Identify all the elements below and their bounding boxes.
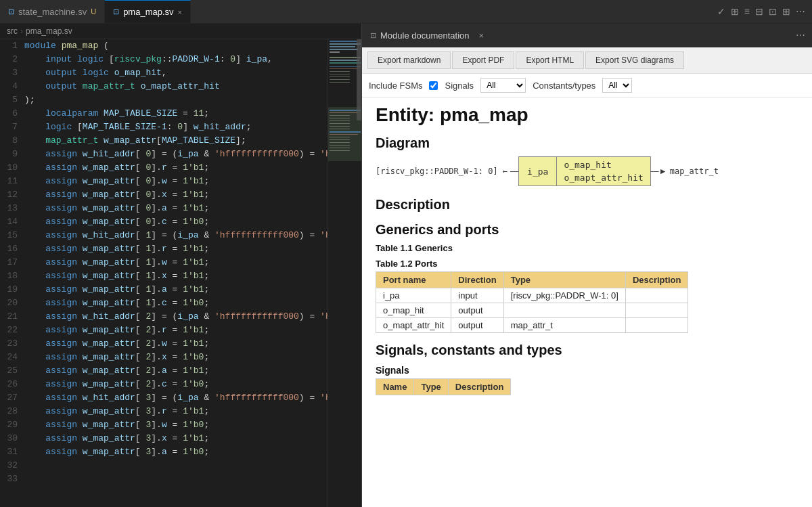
doc-tab-more-actions[interactable]: ⋯ xyxy=(789,30,812,41)
doc-tab-label: Module documentation xyxy=(380,30,470,41)
code-line-1: module pma_map ( xyxy=(24,39,321,53)
tab-state-machine[interactable]: ⊡ state_machine.sv U xyxy=(0,0,105,23)
diagram-output-ports: o_map_hit o_mapt_attr_hit xyxy=(557,157,650,185)
constants-select[interactable]: All xyxy=(602,78,632,93)
svg-rect-30 xyxy=(330,145,350,146)
grid-icon[interactable]: ⊞ xyxy=(731,6,739,17)
svg-rect-26 xyxy=(330,134,358,135)
port-name-omaphit: o_map_hit xyxy=(376,303,451,318)
export-markdown-button[interactable]: Export markdown xyxy=(367,51,451,69)
svg-rect-3 xyxy=(330,46,355,47)
diagram-input-port: i_pa xyxy=(519,157,557,185)
include-fsms-label: Include FSMs xyxy=(369,81,422,91)
code-line-24: assign w_map_attr[ 2].r = 1'b1; xyxy=(24,324,321,337)
svg-rect-7 xyxy=(330,60,359,61)
breadcrumb-src[interactable]: src xyxy=(7,26,18,36)
arrow-right-icon: —► xyxy=(651,167,667,176)
code-lines: module pma_map ( input logic [riscv_pkg:… xyxy=(24,39,328,507)
tab-bar: ⊡ state_machine.sv U ⊡ pma_map.sv × ✓ ⊞ … xyxy=(0,0,812,24)
description-section-title: Description xyxy=(376,197,798,213)
svg-rect-12 xyxy=(330,74,350,74)
port-direction-omaphit: output xyxy=(451,303,503,318)
export-svg-button[interactable]: Export SVG diagrams xyxy=(585,51,684,69)
port-desc-omaptattr xyxy=(625,318,688,333)
close-doc-tab[interactable]: × xyxy=(479,30,484,41)
code-line-10: map_attr_t w_map_attr[MAP_TABLE_SIZE]; xyxy=(24,134,321,148)
signals-subsection-title: Signals xyxy=(376,365,798,376)
svg-rect-24 xyxy=(330,129,350,129)
arrow-left-icon: — xyxy=(510,167,518,176)
code-line-8: localparam MAP_TABLE_SIZE = 11; xyxy=(24,107,321,120)
col-direction: Direction xyxy=(451,272,503,288)
port-type-ipa: [riscv_pkg::PADDR_W-1: 0] xyxy=(503,288,625,303)
diagram-box: i_pa o_map_hit o_mapt_attr_hit xyxy=(518,156,651,186)
svg-rect-13 xyxy=(330,76,350,77)
signals-label: Signals xyxy=(445,81,474,91)
svg-rect-6 xyxy=(330,57,361,58)
layout-icon[interactable]: ⊡ xyxy=(769,6,777,17)
constants-types-label: Constants/types xyxy=(533,81,595,91)
code-line-18: assign w_map_attr[ 1].r = 1'b1; xyxy=(24,242,321,256)
code-line-2: input logic [riscv_pkg::PADDR_W-1: 0] i_… xyxy=(24,53,321,66)
code-line-5: ); xyxy=(24,93,321,107)
port-type-omaptattr: map_attr_t xyxy=(503,318,625,333)
checkmark-icon[interactable]: ✓ xyxy=(717,6,725,17)
export-pdf-button[interactable]: Export PDF xyxy=(452,51,514,69)
doc-tab-icon: ⊡ xyxy=(370,31,376,40)
split-icon[interactable]: ⊟ xyxy=(755,6,763,17)
doc-panel: ⊡ Module documentation × ⋯ Export markdo… xyxy=(362,24,812,507)
svg-rect-9 xyxy=(330,66,361,67)
breadcrumb-sep: › xyxy=(20,26,23,36)
svg-rect-4 xyxy=(330,49,358,50)
port-type-omaphit xyxy=(503,303,625,318)
minimap[interactable] xyxy=(328,39,361,507)
more-actions-icon[interactable]: ⋯ xyxy=(796,6,805,17)
code-line-29: assign w_hit_addr[ 3] = (i_pa & 'hffffff… xyxy=(24,391,321,405)
main-area: src › pma_map.sv 12345 678910 1112131415… xyxy=(0,24,812,507)
svg-rect-21 xyxy=(330,120,350,121)
svg-rect-29 xyxy=(330,142,350,143)
sig-col-desc: Description xyxy=(448,379,511,395)
signals-table: Name Type Description xyxy=(376,378,511,395)
svg-rect-25 xyxy=(330,131,361,133)
include-fsms-checkbox[interactable] xyxy=(429,81,438,90)
sig-col-type: Type xyxy=(414,379,448,395)
code-line-25: assign w_map_attr[ 2].w = 1'b1; xyxy=(24,337,321,351)
export-html-button[interactable]: Export HTML xyxy=(516,51,584,69)
diagram-output-1: o_map_hit xyxy=(564,160,643,170)
code-line-26: assign w_map_attr[ 2].x = 1'b0; xyxy=(24,351,321,364)
ports-table: Port name Direction Type Description i_p… xyxy=(376,271,688,333)
diagram-section-title: Diagram xyxy=(376,135,798,151)
table1-title: Table 1.1 Generics xyxy=(376,243,798,253)
line-numbers: 12345 678910 1112131415 1617181920 21222… xyxy=(0,39,24,507)
svg-rect-32 xyxy=(330,150,350,151)
code-line-19: assign w_map_attr[ 1].w = 1'b1; xyxy=(24,256,321,269)
port-row-omaphit: o_map_hit output xyxy=(376,303,688,318)
close-tab-pma-map[interactable]: × xyxy=(178,8,182,16)
col-description: Description xyxy=(625,272,688,288)
tab-actions: ✓ ⊞ ≡ ⊟ ⊡ ⊞ ⋯ xyxy=(710,6,812,17)
signals-select[interactable]: All Input Output xyxy=(480,78,526,93)
export-toolbar: Export markdown Export PDF Export HTML E… xyxy=(362,47,812,74)
breadcrumb-file[interactable]: pma_map.sv xyxy=(26,26,72,36)
code-line-3: output logic o_map_hit, xyxy=(24,66,321,80)
code-line-27: assign w_map_attr[ 2].a = 1'b1; xyxy=(24,364,321,378)
svg-rect-5 xyxy=(330,51,340,53)
code-line-20: assign w_map_attr[ 1].x = 1'b1; xyxy=(24,269,321,283)
file-icon: ⊡ xyxy=(8,7,14,16)
svg-rect-23 xyxy=(330,126,350,127)
list-icon[interactable]: ≡ xyxy=(744,6,750,17)
port-direction-omaptattr: output xyxy=(451,318,503,333)
tab-module-documentation[interactable]: ⊡ Module documentation × xyxy=(362,24,492,47)
panel-icon[interactable]: ⊞ xyxy=(782,6,790,17)
svg-rect-15 xyxy=(330,82,350,83)
col-port-name: Port name xyxy=(376,272,451,288)
code-line-28: assign w_map_attr[ 2].c = 1'b0; xyxy=(24,378,321,391)
doc-content[interactable]: Entity: pma_map Diagram [riscv_pkg::PADD… xyxy=(362,97,812,507)
tab-pma-map[interactable]: ⊡ pma_map.sv × xyxy=(105,0,191,23)
port-name-ipa: i_pa xyxy=(376,288,451,303)
code-line-4: output map_attr_t o_mapt_attr_hit xyxy=(24,80,321,93)
code-editor[interactable]: 12345 678910 1112131415 1617181920 21222… xyxy=(0,39,328,507)
code-line-14: assign w_map_attr[ 0].x = 1'b1; xyxy=(24,188,321,202)
doc-tab-bar: ⊡ Module documentation × ⋯ xyxy=(362,24,812,47)
